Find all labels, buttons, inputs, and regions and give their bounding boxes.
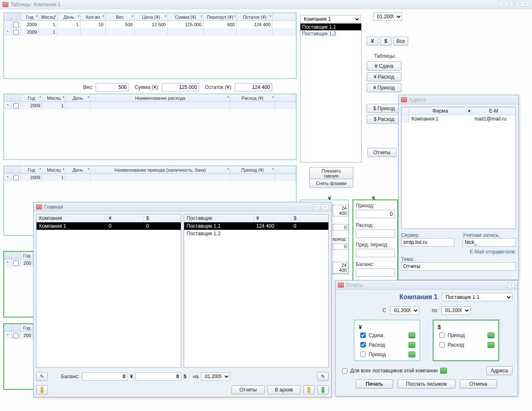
to-select[interactable]: 01.2009 (441, 306, 470, 315)
report-icon[interactable] (409, 342, 415, 348)
yen-sdacha-button[interactable]: ¥ Сдача (367, 62, 401, 71)
weight-field[interactable] (96, 83, 129, 91)
yen-button[interactable]: ¥ (367, 37, 378, 46)
print-button[interactable]: Печать (356, 379, 393, 389)
row-checkbox[interactable] (13, 103, 19, 108)
income-label: Приход: (356, 203, 395, 209)
col-yen: ¥ (106, 214, 144, 222)
list-item[interactable]: Поставщик 1.1 124 400 0 (184, 222, 328, 230)
expense-field[interactable] (356, 229, 395, 238)
uncheck-button[interactable]: Снять флажки (309, 179, 353, 188)
usd-rashod-button[interactable]: $ Расход (367, 115, 401, 124)
edit-right-button[interactable]: ✎ (317, 372, 329, 381)
edit-left-button[interactable]: ✎ (36, 372, 48, 381)
reports-title[interactable]: Отчеты × (335, 281, 517, 290)
cancel-button[interactable]: Отмена (460, 379, 497, 389)
usd-prihod-check[interactable]: Приход (438, 331, 494, 339)
list-item[interactable]: Поставщик 1.1 (300, 24, 361, 30)
all-suppliers-check[interactable]: Для всех поставщиков этой компании (340, 367, 438, 375)
row-checkbox[interactable] (13, 22, 19, 27)
show-main-button[interactable]: Показать гавную (309, 167, 353, 180)
supplier-list-main[interactable]: Поставщик ¥ $ Поставщик 1.1 124 400 0 По… (184, 214, 329, 368)
addresses-button[interactable]: Адреса (486, 366, 512, 375)
table-row-new[interactable]: * 2009 1 (4, 174, 296, 181)
account-label: Учетная запись: (463, 232, 516, 238)
report-icon[interactable] (488, 342, 494, 348)
table-row[interactable]: 2009 1 1 10 500 12 500 125 000 600 124 4… (4, 21, 296, 28)
row-checkbox[interactable] (13, 30, 19, 35)
yen-rashod-button[interactable]: ¥ Расход (367, 72, 401, 81)
na-date-select[interactable]: 01.2009 (201, 372, 230, 381)
prev-period-field[interactable] (356, 249, 395, 257)
table-row-new[interactable]: * 2009 1 (4, 28, 296, 36)
table-row-new[interactable]: * 2009 1 (4, 102, 296, 109)
col-sum: Сумма (¥)▾ (168, 13, 204, 20)
prev-period-label: Пред. период: (356, 242, 395, 248)
col-price: Цена (¥)▾ (135, 13, 168, 20)
server-field[interactable] (401, 238, 454, 246)
lock-button[interactable] (303, 385, 315, 394)
minimize-icon[interactable]: — (313, 204, 320, 210)
close-icon[interactable]: × (520, 1, 530, 7)
rest-field[interactable] (235, 83, 272, 91)
db-icon (401, 97, 407, 102)
report-icon[interactable] (409, 332, 415, 338)
row-checkbox[interactable] (13, 175, 19, 180)
reports-button[interactable]: Отчеты (367, 148, 397, 157)
theme-field[interactable] (401, 262, 516, 271)
expense-header: Год▾ Месяц▾ День▾ Наименование расхода▾ … (4, 94, 296, 102)
unknown-icon-button[interactable] (36, 385, 48, 394)
main-window-title[interactable]: Главная — × (34, 202, 331, 212)
archive-button[interactable]: В архив (267, 385, 300, 394)
col-usd: $ (291, 214, 328, 222)
reports-main-button[interactable]: Отчеты (232, 385, 265, 394)
addresses-title[interactable]: Адреса (399, 95, 518, 104)
report-icon[interactable] (440, 368, 447, 374)
list-item[interactable]: Компания 1 0 0 (37, 222, 181, 230)
minimize-icon[interactable]: — (499, 1, 509, 7)
col-month: Месяц▾ (39, 13, 57, 20)
yen-prihod-button[interactable]: ¥ Приход (367, 83, 401, 92)
income-field[interactable] (356, 210, 395, 218)
from-select[interactable]: 01.2009 (390, 306, 419, 315)
usd-panel: Приход: Расход: Пред. период: Баланс: (352, 199, 398, 281)
addresses-grid[interactable]: Фирма▾ E-M Компания 1 mail1@mail.ru (401, 107, 516, 229)
all-button[interactable]: Все (393, 37, 408, 46)
yen-symbol: ¥ (130, 374, 133, 379)
close-icon[interactable]: × (507, 282, 515, 288)
balance-field[interactable] (356, 268, 395, 277)
row-checkbox[interactable] (13, 261, 19, 266)
report-icon[interactable] (488, 332, 494, 338)
sum-field[interactable] (162, 83, 199, 91)
yen-sdacha-check[interactable]: Сдача (359, 331, 415, 339)
balance-yen-field[interactable] (82, 372, 128, 381)
from-label: С (382, 308, 386, 313)
period-select[interactable]: 01.2009 (373, 12, 402, 21)
company-select[interactable]: Компания 1 (300, 15, 361, 23)
list-item[interactable]: Поставщик 1.2 (184, 230, 328, 237)
usd-button[interactable]: $ (380, 37, 392, 46)
table-row[interactable]: Компания 1 mail1@mail.ru (401, 115, 515, 123)
list-item[interactable]: Поставщик 1.2 (300, 30, 361, 37)
account-field[interactable] (463, 238, 516, 246)
balance-usd-field[interactable] (135, 372, 181, 381)
restore-icon[interactable]: ☐ (510, 1, 520, 7)
col-over: Перегруз (¥)▾ (204, 13, 237, 20)
col-company: Компания (37, 214, 106, 222)
supplier-list[interactable]: Поставщик 1.1 Поставщик 1.2 (300, 23, 362, 162)
yen-prihod-check[interactable]: Приход (359, 350, 415, 358)
company-list[interactable]: Компания ¥ $ Компания 1 0 0 (36, 214, 181, 368)
report-icon[interactable] (409, 352, 415, 357)
yen-rashod-check[interactable]: Расход (359, 341, 415, 349)
supplier-select[interactable]: Поставщик 1.1 (442, 293, 512, 301)
col-weight: Вес▾ (106, 13, 135, 20)
usd-rashod-check[interactable]: Расход (438, 341, 494, 349)
action-button[interactable] (317, 385, 329, 394)
yen-report-group: ¥ Сдача Расход Приход (354, 320, 420, 361)
close-icon[interactable]: × (321, 204, 329, 210)
send-mail-button[interactable]: Послать письмом (397, 379, 456, 389)
usd-prihod-button[interactable]: $ Приход (367, 104, 401, 113)
row-checkbox[interactable] (13, 333, 19, 338)
col-yen: ¥ (254, 214, 291, 222)
window-title: Таблицы: Компания 1 (10, 2, 61, 7)
